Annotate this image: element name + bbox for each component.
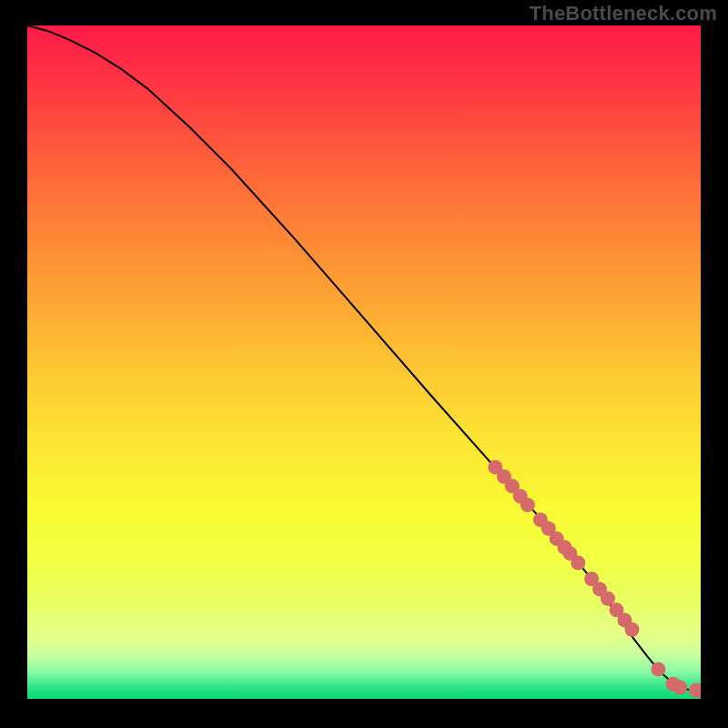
data-marker: [601, 592, 615, 606]
chart-plot: [27, 25, 701, 699]
chart-frame: TheBottleneck.com: [0, 0, 728, 728]
data-marker: [571, 556, 585, 571]
watermark-label: TheBottleneck.com: [530, 2, 717, 25]
data-marker: [521, 498, 535, 512]
data-marker: [625, 622, 640, 637]
data-marker: [651, 662, 665, 676]
data-marker: [672, 680, 687, 694]
chart-background: [27, 25, 701, 699]
